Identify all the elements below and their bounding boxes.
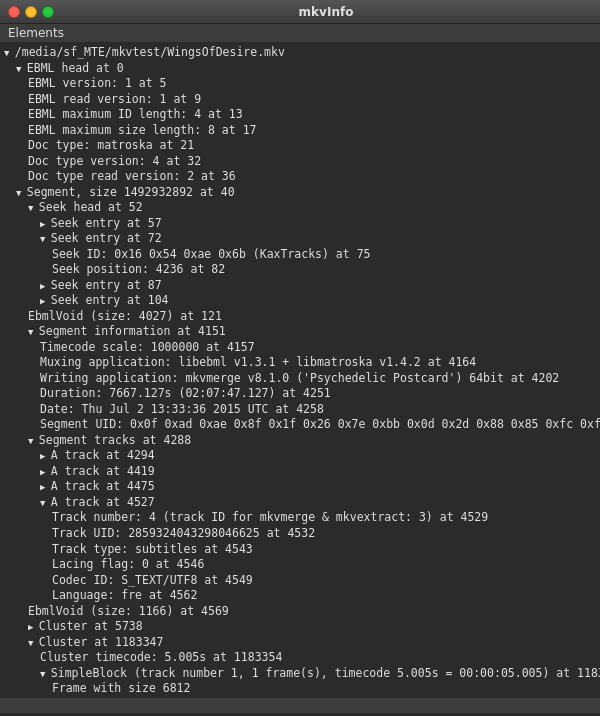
tree-item[interactable]: ▼ EBML head at 0 [0, 61, 600, 77]
tree-item[interactable]: ▼ Cluster at 1183347 [0, 635, 600, 651]
tree-item[interactable]: Seek position: 4236 at 82 [0, 262, 600, 278]
tree-item[interactable]: Lacing flag: 0 at 4546 [0, 557, 600, 573]
tree-item[interactable]: ▼ Segment tracks at 4288 [0, 433, 600, 449]
tree-item[interactable]: Track number: 4 (track ID for mkvmerge &… [0, 510, 600, 526]
tree-item[interactable]: Seek ID: 0x16 0x54 0xae 0x6b (KaxTracks)… [0, 247, 600, 263]
tree-item[interactable]: ▼ Seek head at 52 [0, 200, 600, 216]
tree-item[interactable]: Duration: 7667.127s (02:07:47.127) at 42… [0, 386, 600, 402]
tree-item[interactable]: ▼ /media/sf_MTE/mkvtest/WingsOfDesire.mk… [0, 45, 600, 61]
tree-item[interactable]: ▶ A track at 4475 [0, 479, 600, 495]
tree-item[interactable]: EbmlVoid (size: 4027) at 121 [0, 309, 600, 325]
tree-item[interactable]: Doc type version: 4 at 32 [0, 154, 600, 170]
tree-item[interactable]: ▼ Segment information at 4151 [0, 324, 600, 340]
tree-item[interactable]: ▶ Seek entry at 87 [0, 278, 600, 294]
minimize-button[interactable] [25, 6, 37, 18]
tree-item[interactable]: EBML version: 1 at 5 [0, 76, 600, 92]
tree-item[interactable]: Frame with size 6812 [0, 681, 600, 697]
tree-view[interactable]: ▼ /media/sf_MTE/mkvtest/WingsOfDesire.mk… [0, 43, 600, 697]
tree-item[interactable]: EbmlVoid (size: 1166) at 4569 [0, 604, 600, 620]
window-title: mkvInfo [60, 5, 592, 19]
tree-item[interactable]: ▶ Seek entry at 57 [0, 216, 600, 232]
tree-item[interactable]: Track UID: 2859324043298046625 at 4532 [0, 526, 600, 542]
tree-item[interactable]: ▶ Seek entry at 104 [0, 293, 600, 309]
tree-item[interactable]: EBML read version: 1 at 9 [0, 92, 600, 108]
tree-item[interactable]: Muxing application: libebml v1.3.1 + lib… [0, 355, 600, 371]
status-bar [0, 697, 600, 713]
tree-item[interactable]: Codec ID: S_TEXT/UTF8 at 4549 [0, 573, 600, 589]
tree-item[interactable]: ▶ Cluster at 5738 [0, 619, 600, 635]
tree-item[interactable]: ▼ A track at 4527 [0, 495, 600, 511]
close-button[interactable] [8, 6, 20, 18]
tree-item[interactable]: ▶ A track at 4294 [0, 448, 600, 464]
tree-item[interactable]: Writing application: mkvmerge v8.1.0 ('P… [0, 371, 600, 387]
tree-item[interactable]: ▼ SimpleBlock (track number 1, 1 frame(s… [0, 666, 600, 682]
tree-item[interactable]: EBML maximum size length: 8 at 17 [0, 123, 600, 139]
tree-item[interactable]: Doc type read version: 2 at 36 [0, 169, 600, 185]
tree-item[interactable]: ▼ Segment, size 1492932892 at 40 [0, 185, 600, 201]
tree-item[interactable]: Segment UID: 0x0f 0xad 0xae 0x8f 0x1f 0x… [0, 417, 600, 433]
tree-item[interactable]: ▶ A track at 4419 [0, 464, 600, 480]
tree-item[interactable]: Date: Thu Jul 2 13:33:36 2015 UTC at 425… [0, 402, 600, 418]
tree-item[interactable]: Language: fre at 4562 [0, 588, 600, 604]
window-buttons[interactable] [8, 6, 54, 18]
menu-bar[interactable]: Elements [0, 24, 600, 43]
tree-item[interactable]: Track type: subtitles at 4543 [0, 542, 600, 558]
title-bar: mkvInfo [0, 0, 600, 24]
tree-item[interactable]: ▼ Seek entry at 72 [0, 231, 600, 247]
maximize-button[interactable] [42, 6, 54, 18]
tree-item[interactable]: EBML maximum ID length: 4 at 13 [0, 107, 600, 123]
tree-item[interactable]: Doc type: matroska at 21 [0, 138, 600, 154]
tree-item[interactable]: Timecode scale: 1000000 at 4157 [0, 340, 600, 356]
tree-item[interactable]: Cluster timecode: 5.005s at 1183354 [0, 650, 600, 666]
menu-elements[interactable]: Elements [8, 26, 64, 40]
